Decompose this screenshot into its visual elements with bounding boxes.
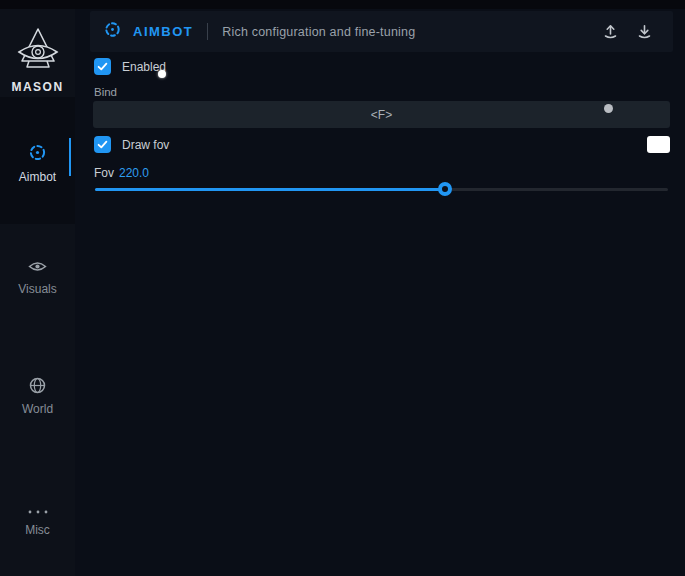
sidebar-item-label: Aimbot <box>19 170 56 184</box>
draw-fov-label: Draw fov <box>122 138 169 152</box>
header-divider <box>207 23 208 40</box>
fov-value-row: Fov220.0 <box>94 166 149 180</box>
page-title: AIMBOT <box>133 24 193 39</box>
mouse-cursor-dot <box>158 70 166 78</box>
fov-value: 220.0 <box>119 166 149 180</box>
sidebar-item-world[interactable]: World <box>0 377 75 416</box>
check-icon <box>96 60 109 73</box>
sidebar-item-misc[interactable]: Misc <box>0 501 75 537</box>
fov-label: Fov <box>94 166 114 180</box>
page-header: AIMBOT Rich configuration and fine-tunin… <box>90 11 673 52</box>
fov-color-swatch[interactable] <box>647 136 670 153</box>
crosshair-icon <box>28 143 47 166</box>
sidebar-item-aimbot[interactable]: Aimbot <box>0 143 75 184</box>
brand-logo: MASON <box>0 25 75 94</box>
sidebar-item-label: Visuals <box>18 282 56 296</box>
check-icon <box>96 138 109 151</box>
draw-fov-checkbox[interactable] <box>94 136 111 153</box>
fov-slider[interactable] <box>95 188 668 191</box>
page-subtitle: Rich configuration and fine-tuning <box>222 25 415 39</box>
eye-icon <box>28 259 47 278</box>
upload-icon[interactable] <box>597 19 623 45</box>
ellipsis-icon <box>27 501 49 519</box>
fov-slider-fill <box>95 188 445 191</box>
top-strip <box>0 0 685 9</box>
eye-pyramid-icon <box>15 25 61 77</box>
globe-icon <box>29 377 46 398</box>
sidebar-item-visuals[interactable]: Visuals <box>0 259 75 296</box>
enabled-checkbox[interactable] <box>94 58 111 75</box>
fov-slider-thumb[interactable] <box>438 182 452 196</box>
sidebar-item-label: World <box>22 402 53 416</box>
bind-field-dot <box>604 104 613 113</box>
bind-field[interactable]: <F> <box>93 101 670 128</box>
download-icon[interactable] <box>631 19 657 45</box>
active-tab-indicator <box>69 138 71 176</box>
brand-name: MASON <box>11 80 63 94</box>
bind-value: <F> <box>371 108 392 122</box>
bind-label: Bind <box>94 86 117 98</box>
sidebar-item-label: Misc <box>25 523 50 537</box>
sidebar: MASON Aimbot Visuals World <box>0 9 75 576</box>
crosshair-icon <box>104 21 121 42</box>
